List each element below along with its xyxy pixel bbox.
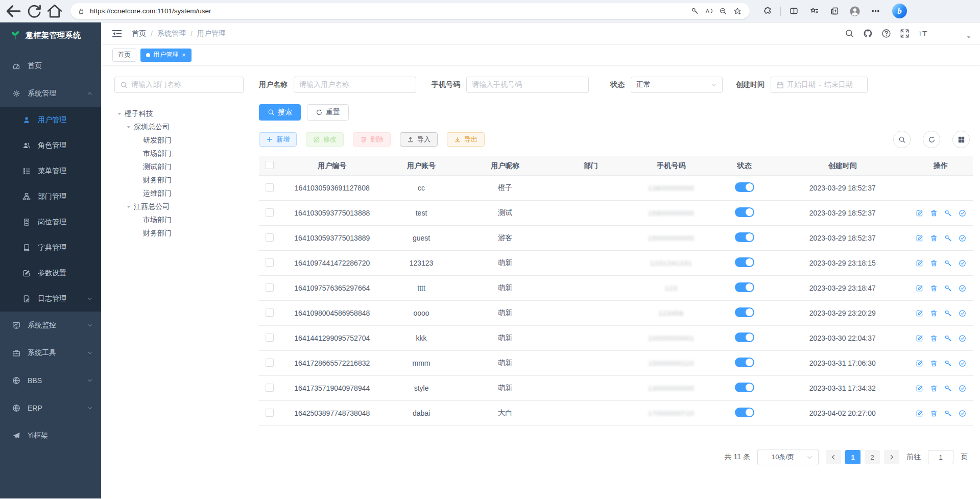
page-size-select[interactable]: 10条/页 bbox=[757, 449, 819, 465]
row-checkbox[interactable] bbox=[266, 233, 274, 242]
check-circle-icon[interactable] bbox=[959, 310, 966, 317]
edit-icon[interactable] bbox=[916, 360, 923, 367]
tree-node-运维部门[interactable]: 运维部门 bbox=[114, 187, 244, 200]
edit-icon[interactable] bbox=[916, 209, 923, 217]
delete-icon[interactable] bbox=[930, 360, 938, 367]
url-bar[interactable]: https://ccnetcore.com:1101/system/user A bbox=[70, 3, 750, 19]
browser-back-button[interactable] bbox=[5, 3, 22, 20]
tree-node-江西总公司[interactable]: 江西总公司 bbox=[114, 200, 244, 213]
status-toggle[interactable] bbox=[735, 408, 754, 417]
status-toggle[interactable] bbox=[735, 332, 754, 342]
app-logo[interactable]: 意框架管理系统 bbox=[0, 22, 101, 48]
edit-icon[interactable] bbox=[916, 385, 923, 392]
date-range-picker[interactable]: 开始日期 - 结束日期 bbox=[771, 77, 868, 93]
delete-icon[interactable] bbox=[930, 259, 938, 267]
edit-icon[interactable] bbox=[916, 259, 923, 267]
delete-icon[interactable] bbox=[930, 209, 938, 217]
sidebar-item-BBS[interactable]: BBS bbox=[0, 367, 101, 394]
check-circle-icon[interactable] bbox=[959, 259, 966, 267]
sidebar-item-角色管理[interactable]: 角色管理 bbox=[0, 133, 101, 158]
tree-node-财务部门[interactable]: 财务部门 bbox=[114, 174, 244, 187]
row-checkbox[interactable] bbox=[266, 208, 274, 217]
close-icon[interactable]: × bbox=[182, 52, 186, 58]
row-checkbox[interactable] bbox=[266, 409, 274, 417]
sidebar-toggle-icon[interactable] bbox=[111, 28, 123, 39]
row-checkbox[interactable] bbox=[266, 359, 274, 367]
tree-node-橙子科技[interactable]: 橙子科技 bbox=[114, 107, 244, 121]
status-toggle[interactable] bbox=[735, 358, 754, 367]
reset-password-key-icon[interactable] bbox=[944, 360, 952, 367]
check-circle-icon[interactable] bbox=[959, 410, 966, 417]
delete-icon[interactable] bbox=[930, 234, 938, 242]
sidebar-item-用户管理[interactable]: 用户管理 bbox=[0, 107, 101, 133]
delete-icon[interactable] bbox=[930, 385, 938, 392]
import-button[interactable]: 导入 bbox=[400, 132, 438, 147]
select-all-checkbox[interactable] bbox=[266, 161, 274, 169]
browser-reload-button[interactable] bbox=[26, 3, 43, 20]
breadcrumb-system[interactable]: 系统管理 bbox=[157, 29, 186, 38]
search-icon[interactable] bbox=[845, 29, 854, 38]
caret-down-icon[interactable] bbox=[966, 34, 972, 40]
reset-password-key-icon[interactable] bbox=[944, 410, 952, 417]
tag-用户管理[interactable]: 用户管理× bbox=[140, 49, 192, 62]
row-checkbox[interactable] bbox=[266, 183, 274, 192]
caret-down-icon[interactable] bbox=[126, 204, 132, 210]
hide-search-button[interactable] bbox=[893, 131, 911, 148]
edit-icon[interactable] bbox=[916, 335, 923, 342]
status-toggle[interactable] bbox=[735, 307, 754, 317]
edit-button[interactable]: 修改 bbox=[306, 132, 344, 147]
tree-node-市场部门[interactable]: 市场部门 bbox=[114, 213, 244, 227]
reset-button[interactable]: 重置 bbox=[307, 104, 349, 121]
status-select[interactable]: 正常 bbox=[631, 77, 723, 93]
check-circle-icon[interactable] bbox=[959, 284, 966, 292]
sidebar-item-系统管理[interactable]: 系统管理 bbox=[0, 80, 101, 107]
sidebar-item-字典管理[interactable]: 字典管理 bbox=[0, 235, 101, 260]
page-button-1[interactable]: 1 bbox=[845, 450, 861, 464]
collections-icon[interactable] bbox=[826, 3, 843, 20]
refresh-table-button[interactable] bbox=[923, 131, 940, 148]
row-checkbox[interactable] bbox=[266, 384, 274, 392]
status-toggle[interactable] bbox=[735, 232, 754, 242]
tree-node-测试部门[interactable]: 测试部门 bbox=[114, 160, 244, 174]
reset-password-key-icon[interactable] bbox=[944, 310, 952, 317]
check-circle-icon[interactable] bbox=[959, 234, 966, 242]
favorites-bar-icon[interactable] bbox=[805, 3, 823, 20]
url-text[interactable]: https://ccnetcore.com:1101/system/user bbox=[90, 7, 687, 15]
status-toggle[interactable] bbox=[735, 257, 754, 267]
check-circle-icon[interactable] bbox=[959, 385, 966, 392]
tree-node-研发部门[interactable]: 研发部门 bbox=[114, 134, 244, 147]
password-key-icon[interactable] bbox=[687, 4, 702, 18]
add-button[interactable]: 新增 bbox=[259, 132, 297, 147]
sidebar-item-首页[interactable]: 首页 bbox=[0, 52, 101, 80]
row-checkbox[interactable] bbox=[266, 308, 274, 317]
browser-home-button[interactable] bbox=[46, 3, 63, 20]
row-checkbox[interactable] bbox=[266, 334, 274, 342]
delete-icon[interactable] bbox=[930, 335, 938, 342]
search-button[interactable]: 搜索 bbox=[259, 104, 301, 121]
check-circle-icon[interactable] bbox=[959, 360, 966, 367]
tree-node-财务部门[interactable]: 财务部门 bbox=[114, 227, 244, 240]
sidebar-item-岗位管理[interactable]: 岗位管理 bbox=[0, 209, 101, 235]
fullscreen-icon[interactable] bbox=[900, 29, 910, 38]
delete-icon[interactable] bbox=[930, 284, 938, 292]
phone-input[interactable]: 请输入手机号码 bbox=[466, 77, 589, 93]
column-settings-button[interactable] bbox=[952, 131, 970, 148]
edit-icon[interactable] bbox=[916, 410, 923, 417]
status-toggle[interactable] bbox=[735, 282, 754, 292]
check-circle-icon[interactable] bbox=[959, 335, 966, 342]
status-toggle[interactable] bbox=[735, 383, 754, 392]
favorite-add-icon[interactable] bbox=[730, 4, 745, 18]
sidebar-item-Yi框架[interactable]: Yi框架 bbox=[0, 422, 101, 449]
row-checkbox[interactable] bbox=[266, 283, 274, 292]
page-button-2[interactable]: 2 bbox=[865, 450, 880, 464]
sidebar-item-菜单管理[interactable]: 菜单管理 bbox=[0, 158, 101, 184]
sidebar-item-日志管理[interactable]: 日志管理 bbox=[0, 286, 101, 312]
sidebar-item-参数设置[interactable]: 参数设置 bbox=[0, 260, 101, 286]
avatar[interactable] bbox=[939, 25, 957, 43]
extensions-icon[interactable] bbox=[759, 3, 776, 20]
reset-password-key-icon[interactable] bbox=[944, 284, 952, 292]
reset-password-key-icon[interactable] bbox=[944, 335, 952, 342]
sidebar-item-ERP[interactable]: ERP bbox=[0, 394, 101, 422]
tree-node-市场部门[interactable]: 市场部门 bbox=[114, 147, 244, 160]
reset-password-key-icon[interactable] bbox=[944, 234, 952, 242]
